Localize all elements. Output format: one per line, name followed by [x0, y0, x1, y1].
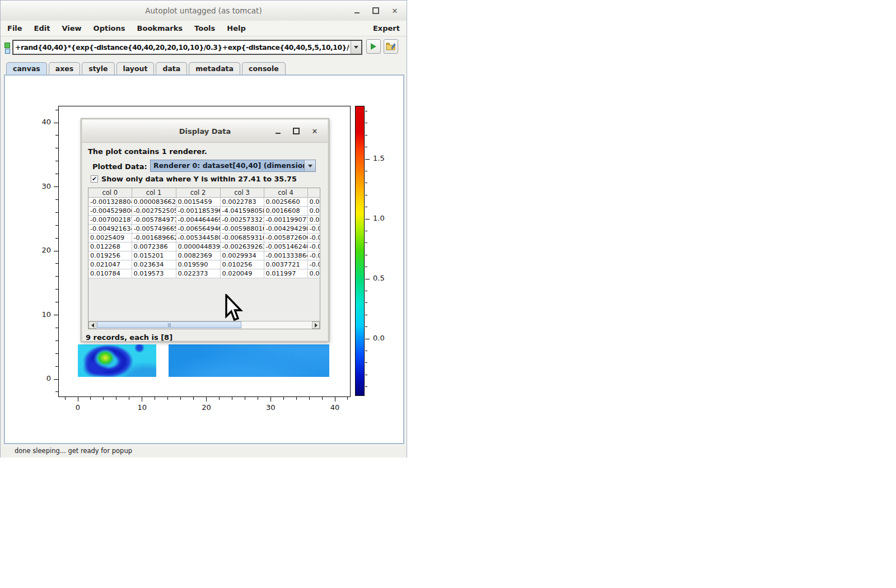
table-cell[interactable]: -0.005872606... [264, 234, 307, 242]
table-cell[interactable]: -0.007002187... [88, 216, 132, 225]
tab-axes[interactable]: axes [49, 62, 80, 74]
scrollbar-track[interactable] [96, 321, 312, 329]
menu-edit[interactable]: Edit [34, 24, 50, 32]
table-cell[interactable]: -0.0 [307, 225, 320, 234]
table-cell[interactable]: -0.004529800... [88, 207, 132, 216]
table-cell[interactable]: -0.004921634... [88, 225, 132, 234]
window-titlebar[interactable]: Autoplot untagged (as tomcat) ✕ [1, 1, 407, 21]
table-row[interactable]: 0.0210470.0236340.0195900.0102560.003772… [88, 260, 320, 269]
table-cell[interactable]: 0.0015459 [176, 198, 220, 207]
table-cell[interactable]: 0.0025409 [88, 234, 132, 242]
uri-input[interactable] [13, 41, 351, 54]
table-cell[interactable]: -0.001689662... [132, 234, 176, 242]
table-cell[interactable]: 0.0022783 [220, 198, 264, 207]
table-cell[interactable]: -0.001185396... [176, 207, 220, 216]
table-cell[interactable]: -0.004464469... [176, 216, 220, 225]
menu-bookmarks[interactable]: Bookmarks [137, 24, 183, 32]
combo-arrow-button[interactable] [304, 160, 315, 171]
inspect-uri-button[interactable] [384, 39, 398, 54]
dialog-titlebar[interactable]: Display Data ✕ [82, 120, 328, 143]
horizontal-scrollbar[interactable] [88, 321, 320, 329]
table-cell[interactable]: 0.020049 [220, 269, 264, 278]
table-cell[interactable]: -0.006564946... [176, 225, 220, 234]
table-cell[interactable]: -0.005988016... [220, 225, 264, 234]
table-cell[interactable]: -0.002573321... [220, 216, 264, 225]
minimize-icon[interactable] [353, 7, 361, 15]
menu-tools[interactable]: Tools [194, 24, 215, 32]
table-cell[interactable]: -0.001199077... [264, 216, 307, 225]
table-row[interactable]: 0.0192560.0152010.00823690.0029934-0.001… [88, 251, 320, 260]
table-cell[interactable]: -0.001328804... [88, 198, 132, 207]
table-cell[interactable]: 0.011997 [264, 269, 307, 278]
menu-view[interactable]: View [62, 24, 81, 32]
table-row[interactable]: 0.0107840.0195730.0223730.0200490.011997… [88, 269, 320, 278]
table-cell[interactable]: -0.006859316... [220, 234, 264, 242]
table-cell[interactable]: 0.019256 [88, 251, 132, 260]
column-header[interactable]: col 1 [132, 188, 176, 198]
table-cell[interactable]: -0.001333864... [264, 251, 307, 260]
maximize-icon[interactable] [372, 7, 380, 15]
tab-metadata[interactable]: metadata [189, 62, 240, 74]
plotted-data-combobox[interactable]: Renderer 0: dataset[40,40] (dimension... [150, 160, 316, 172]
expert-mode-label[interactable]: Expert [373, 24, 400, 32]
tab-canvas[interactable]: canvas [6, 62, 47, 74]
table-cell[interactable]: 0.0072386 [132, 242, 176, 251]
table-cell[interactable]: 0.023634 [132, 260, 176, 269]
scroll-right-button[interactable] [312, 321, 320, 329]
table-cell[interactable]: -0.004294298... [264, 225, 307, 234]
tab-style[interactable]: style [82, 62, 114, 74]
table-cell[interactable]: 0.021047 [88, 260, 132, 269]
table-cell[interactable]: 0.00 [307, 198, 320, 207]
uri-dropdown-button[interactable] [351, 41, 361, 54]
table-row[interactable]: -0.001328804...0.0000836620.00154590.002… [88, 198, 320, 207]
table-row[interactable]: 0.0025409-0.001689662...-0.005344580...-… [88, 234, 320, 242]
column-header[interactable]: col 3 [220, 188, 264, 198]
table-cell[interactable]: 0.019590 [176, 260, 220, 269]
table-row[interactable]: 0.0122680.00723860.000044839-0.002639263… [88, 242, 320, 251]
table-row[interactable]: -0.007002187...-0.005784977...-0.0044644… [88, 216, 320, 225]
table-cell[interactable]: -0.005749665... [132, 225, 176, 234]
data-table[interactable]: col 0col 1col 2col 3col 4-0.001328804...… [88, 188, 320, 278]
filter-checkbox[interactable]: ✔ [91, 175, 98, 183]
table-row[interactable]: -0.004529800...-0.002752505...-0.0011853… [88, 207, 320, 216]
menu-file[interactable]: File [7, 24, 22, 32]
table-cell[interactable]: -4.041598058... [220, 207, 264, 216]
tab-layout[interactable]: layout [116, 62, 155, 74]
table-cell[interactable]: 0.0037721 [264, 260, 307, 269]
dialog-minimize-icon[interactable] [274, 127, 282, 135]
column-header[interactable]: col 4 [264, 188, 307, 198]
menu-options[interactable]: Options [94, 24, 125, 32]
table-cell[interactable]: 0.022373 [176, 269, 220, 278]
table-cell[interactable]: -0.005146240... [264, 242, 307, 251]
table-cell[interactable]: 0.012268 [88, 242, 132, 251]
table-cell[interactable]: 0.0025660 [264, 198, 307, 207]
table-cell[interactable]: 0.00 [307, 269, 320, 278]
scroll-left-button[interactable] [88, 321, 96, 329]
table-cell[interactable]: -0.0 [307, 251, 320, 260]
table-cell[interactable]: 0.0082369 [176, 251, 220, 260]
column-header[interactable] [307, 188, 320, 198]
tab-console[interactable]: console [242, 62, 286, 74]
table-row[interactable]: -0.004921634...-0.005749665...-0.0065649… [88, 225, 320, 234]
dialog-close-icon[interactable]: ✕ [311, 127, 319, 135]
table-cell[interactable]: 0.010784 [88, 269, 132, 278]
table-cell[interactable]: -0.0 [307, 234, 320, 242]
close-icon[interactable]: ✕ [391, 7, 399, 15]
table-cell[interactable]: 0.00 [307, 216, 320, 225]
table-cell[interactable]: 0.010256 [220, 260, 264, 269]
table-cell[interactable]: -0.005784977... [132, 216, 176, 225]
table-cell[interactable]: -0.002639263... [220, 242, 264, 251]
go-button[interactable] [366, 39, 381, 54]
table-cell[interactable]: 0.00 [307, 207, 320, 216]
table-cell[interactable]: 0.019573 [132, 269, 176, 278]
menu-help[interactable]: Help [227, 24, 245, 32]
column-header[interactable]: col 2 [176, 188, 220, 198]
table-cell[interactable]: 0.015201 [132, 251, 176, 260]
table-cell[interactable]: 0.000044839 [176, 242, 220, 251]
table-cell[interactable]: 0.000083662 [132, 198, 176, 207]
table-cell[interactable]: 0.0016608 [264, 207, 307, 216]
column-header[interactable]: col 0 [88, 188, 132, 198]
tab-data[interactable]: data [156, 62, 187, 74]
table-cell[interactable]: -0.002752505... [132, 207, 176, 216]
table-cell[interactable]: -0.0 [307, 260, 320, 269]
